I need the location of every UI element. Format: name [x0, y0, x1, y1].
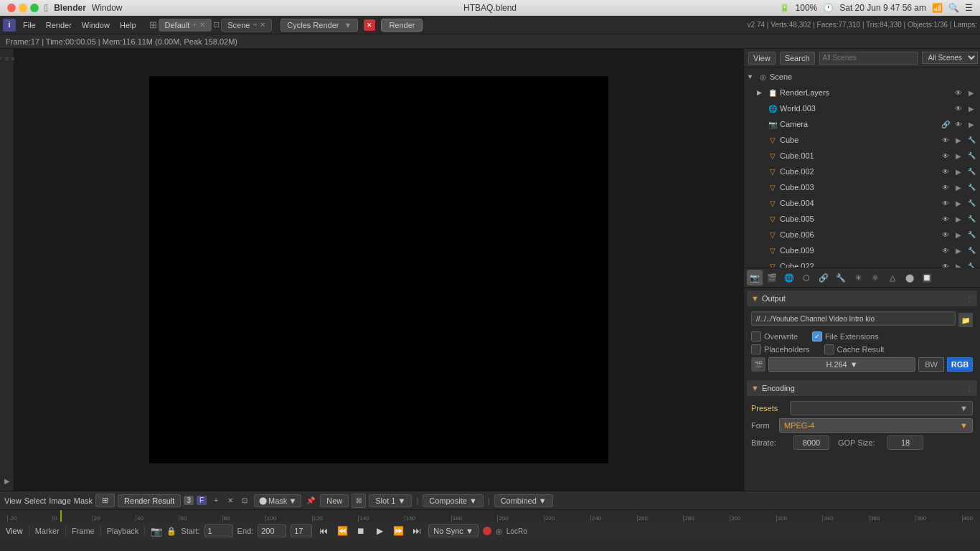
tl-close-icon[interactable]: ✕ [224, 494, 237, 507]
info-icon[interactable]: i [3, 19, 16, 32]
view-btn[interactable]: View [748, 52, 776, 65]
gop-field[interactable]: 18 [887, 435, 923, 450]
folder-icon[interactable]: 📁 [958, 313, 973, 327]
cache-result-checkbox[interactable] [824, 344, 834, 354]
cube001-restrict[interactable]: ▶ [953, 150, 964, 161]
tree-item-cube006[interactable]: ▽ Cube.006 👁 ▶ 🔧 [744, 227, 980, 242]
x-icon[interactable]: ✕ [364, 19, 375, 31]
start-field[interactable]: 1 [204, 524, 233, 537]
cache-result-item[interactable]: Cache Result [824, 344, 885, 354]
pb-skip-start-btn[interactable]: ⏮ [316, 524, 331, 537]
current-frame-field[interactable]: 17 [291, 524, 312, 537]
prop-constraint-icon[interactable]: 🔗 [816, 270, 831, 286]
prop-object-icon[interactable]: ⬡ [798, 270, 814, 286]
cube-wrench[interactable]: 🔧 [966, 134, 977, 146]
tab-close-icon[interactable]: ✕ [199, 21, 205, 29]
layout-icon[interactable]: ⊞ [149, 19, 157, 30]
cube006-eye[interactable]: 👁 [940, 229, 951, 240]
tree-item-cube004[interactable]: ▽ Cube.004 👁 ▶ 🔧 [744, 195, 980, 211]
fit-btn[interactable]: ⊠ [352, 494, 366, 508]
pb-playback-btn[interactable]: Playback [107, 527, 139, 535]
menu-render[interactable]: Render [42, 19, 76, 31]
renderlayers-toggle[interactable]: ▶ [757, 89, 765, 96]
tl-layout-icon[interactable]: ⊞ [95, 494, 115, 507]
placeholders-item[interactable]: Placeholders [751, 344, 810, 354]
tab-scene-close[interactable]: ✕ [260, 21, 265, 29]
bitrate-field[interactable]: 8000 [793, 435, 829, 450]
menu-window[interactable]: Window [77, 19, 114, 31]
tab-default[interactable]: Default + ✕ [159, 19, 212, 32]
tl-pin-icon[interactable]: 📌 [304, 494, 317, 507]
bw-button[interactable]: BW [918, 357, 944, 372]
end-field[interactable]: 200 [258, 524, 286, 537]
tree-item-world[interactable]: 🌐 World.003 👁 ▶ [744, 100, 980, 116]
camera-link[interactable]: 🔗 [940, 118, 951, 130]
cube001-wrench[interactable]: 🔧 [966, 150, 977, 161]
prop-render-icon[interactable]: 📷 [747, 270, 763, 286]
presets-dropdown[interactable]: ▼ [790, 401, 973, 415]
cube002-restrict[interactable]: ▶ [953, 166, 964, 177]
cube004-restrict[interactable]: ▶ [953, 197, 964, 209]
cube004-eye[interactable]: 👁 [940, 197, 951, 209]
collapse-icon[interactable]: ▶ [4, 477, 10, 485]
tree-item-renderlayers[interactable]: ▶ 📋 RenderLayers 👁 ▶ [744, 85, 980, 100]
maximize-button[interactable] [30, 4, 39, 12]
apple-menu[interactable]:  [44, 2, 48, 14]
prop-material-icon[interactable]: ⬤ [902, 270, 918, 286]
pb-prev-frame-btn[interactable]: ⏪ [335, 524, 349, 537]
encoding-section-header[interactable]: ▼ Encoding :: [747, 380, 977, 396]
file-extensions-item[interactable]: ✓ File Extensions [812, 331, 879, 342]
cube003-restrict[interactable]: ▶ [953, 182, 964, 193]
sync-btn[interactable]: No Sync ▼ [428, 524, 479, 537]
form-dropdown[interactable]: MPEG-4 ▼ [779, 418, 973, 433]
cube002-eye[interactable]: 👁 [940, 166, 951, 177]
tl-select-btn[interactable]: Select [24, 496, 47, 505]
prop-data-icon[interactable]: △ [885, 270, 900, 286]
cube005-restrict[interactable]: ▶ [953, 213, 964, 225]
tab-add-icon[interactable]: + [192, 21, 197, 29]
pb-play-btn[interactable]: ▶ [372, 524, 387, 537]
cube003-wrench[interactable]: 🔧 [966, 182, 977, 193]
outliner-search-input[interactable] [819, 52, 918, 65]
window-menu[interactable]: Window [92, 3, 123, 13]
output-section-header[interactable]: ▼ Output :: [747, 291, 977, 306]
format-dropdown[interactable]: H.264 ▼ [768, 357, 915, 372]
prop-modifier-icon[interactable]: 🔧 [833, 270, 849, 286]
render-result-label[interactable]: Render Result [118, 494, 181, 507]
camera-restrict[interactable]: ▶ [966, 118, 977, 130]
cube005-wrench[interactable]: 🔧 [966, 213, 977, 225]
cube009-restrict[interactable]: ▶ [953, 245, 964, 256]
scene-dropdown[interactable]: All Scenes [922, 52, 978, 64]
cube022-restrict[interactable]: ▶ [953, 260, 964, 268]
render-button[interactable]: Render [381, 19, 423, 32]
pb-loc-icon[interactable]: ◎ [496, 527, 502, 535]
renderlayers-restrict[interactable]: ▶ [966, 87, 977, 98]
cube004-wrench[interactable]: 🔧 [966, 197, 977, 209]
tree-item-cube009[interactable]: ▽ Cube.009 👁 ▶ 🔧 [744, 242, 980, 258]
tl-add-icon[interactable]: + [209, 494, 222, 507]
tl-image-btn[interactable]: Image [49, 496, 71, 505]
pb-next-frame-btn[interactable]: ⏩ [391, 524, 405, 537]
search-btn[interactable]: Search [780, 52, 815, 65]
prop-world-icon[interactable]: 🌐 [781, 270, 797, 286]
camera-eye[interactable]: 👁 [953, 118, 964, 130]
world-restrict[interactable]: ▶ [966, 103, 977, 114]
scene-toggle[interactable]: ▼ [747, 73, 755, 80]
cube006-restrict[interactable]: ▶ [953, 229, 964, 240]
tree-item-cube002[interactable]: ▽ Cube.002 👁 ▶ 🔧 [744, 164, 980, 179]
tree-item-cube[interactable]: ▽ Cube 👁 ▶ 🔧 [744, 132, 980, 148]
combined-btn[interactable]: Combined ▼ [494, 494, 553, 507]
minimize-button[interactable] [19, 4, 27, 12]
tree-item-cube005[interactable]: ▽ Cube.005 👁 ▶ 🔧 [744, 211, 980, 227]
cube009-wrench[interactable]: 🔧 [966, 245, 977, 256]
tree-item-cube001[interactable]: ▽ Cube.001 👁 ▶ 🔧 [744, 148, 980, 164]
tree-item-cube003[interactable]: ▽ Cube.003 👁 ▶ 🔧 [744, 179, 980, 195]
pb-view-btn[interactable]: View [6, 527, 23, 535]
pb-skip-end-btn[interactable]: ⏭ [410, 524, 424, 537]
cube005-eye[interactable]: 👁 [940, 213, 951, 225]
cube-eye[interactable]: 👁 [940, 134, 951, 146]
close-button[interactable] [7, 4, 16, 12]
renderlayers-eye[interactable]: 👁 [953, 87, 964, 98]
pb-frame-btn[interactable]: Frame [72, 527, 95, 535]
tl-node-icon[interactable]: ⊡ [238, 494, 251, 507]
